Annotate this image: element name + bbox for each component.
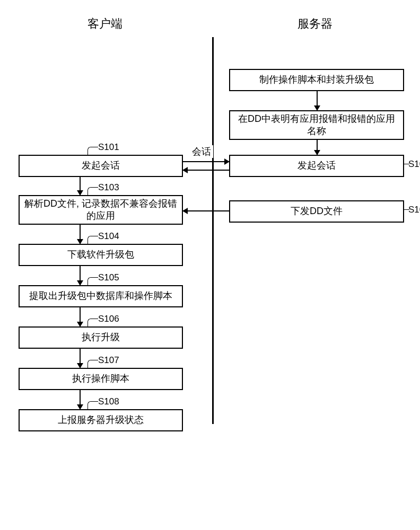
server-header: 服务器	[210, 16, 420, 32]
arrow-down-icon	[80, 349, 81, 368]
client-step-s101: 发起会话	[19, 155, 183, 177]
connector-line	[88, 277, 98, 286]
client-step-s105: 提取出升级包中数据库和操作脚本	[19, 285, 183, 307]
arrow-right-icon	[183, 161, 229, 162]
arrow-down-icon	[80, 307, 81, 326]
box-text: 在DD中表明有应用报错和报错的应用名称	[234, 113, 399, 138]
arrow-left-icon	[183, 170, 229, 171]
arrow-down-icon	[317, 140, 318, 155]
step-label-s106: S106	[98, 314, 119, 324]
swimlane-header: 客户端 服务器	[0, 16, 420, 32]
server-step-s101: 发起会话	[229, 155, 404, 177]
arrow-left-icon	[183, 210, 229, 211]
connector-line	[88, 236, 98, 244]
box-text: 执行升级	[82, 331, 120, 343]
session-label: 会话	[190, 145, 213, 158]
box-text: 下载软件升级包	[67, 249, 134, 261]
server-step-s102: 下发DD文件	[229, 200, 404, 223]
step-label-s101-server: S101	[408, 159, 420, 170]
box-text: 上报服务器升级状态	[58, 414, 144, 426]
box-text: 执行操作脚本	[72, 373, 129, 385]
step-label-s102: S102	[408, 205, 420, 215]
step-label-s105: S105	[98, 272, 119, 283]
arrow-down-icon	[80, 266, 81, 285]
step-label-s107: S107	[98, 355, 119, 366]
arrow-down-icon	[80, 390, 81, 409]
connector-line	[88, 360, 98, 368]
server-step-prepare-scripts: 制作操作脚本和封装升级包	[229, 69, 404, 91]
step-label-s103: S103	[98, 182, 119, 193]
connector-line	[88, 187, 98, 196]
box-text: 解析DD文件, 记录数据不兼容会报错的应用	[24, 198, 178, 223]
client-step-s104: 下载软件升级包	[19, 244, 183, 266]
connector-line	[88, 401, 98, 410]
box-text: 下发DD文件	[291, 205, 343, 217]
client-step-s106: 执行升级	[19, 326, 183, 349]
client-step-s108: 上报服务器升级状态	[19, 409, 183, 431]
step-label-s101-client: S101	[98, 142, 119, 153]
arrow-down-icon	[317, 91, 318, 110]
client-step-s103: 解析DD文件, 记录数据不兼容会报错的应用	[19, 195, 183, 225]
box-text: 提取出升级包中数据库和操作脚本	[29, 290, 172, 302]
client-step-s107: 执行操作脚本	[19, 368, 183, 390]
arrow-down-icon	[80, 225, 81, 244]
swimlane-divider	[212, 37, 214, 424]
step-label-s108: S108	[98, 396, 119, 407]
box-text: 发起会话	[82, 160, 120, 172]
step-label-s104: S104	[98, 231, 119, 242]
box-text: 制作操作脚本和封装升级包	[259, 74, 374, 86]
connector-line	[88, 319, 98, 327]
client-header: 客户端	[0, 16, 210, 32]
server-step-mark-dd: 在DD中表明有应用报错和报错的应用名称	[229, 110, 404, 140]
connector-line	[88, 147, 98, 155]
box-text: 发起会话	[298, 160, 336, 172]
arrow-down-icon	[80, 177, 81, 195]
